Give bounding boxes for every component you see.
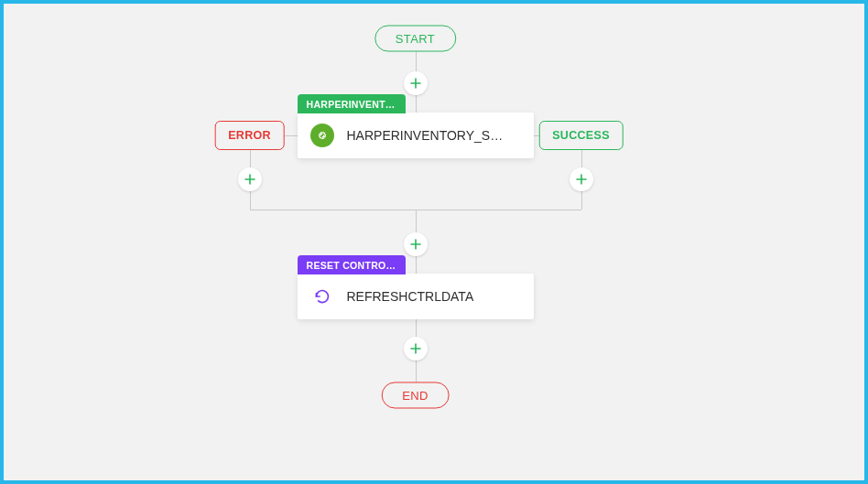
add-step-button[interactable]	[404, 232, 428, 256]
end-label: END	[402, 389, 429, 403]
success-text: SUCCESS	[552, 129, 610, 142]
api-icon	[310, 124, 334, 147]
start-node[interactable]: START	[374, 26, 456, 52]
node-title: HARPERINVENTORY_S…	[347, 128, 504, 143]
plus-icon	[576, 174, 587, 185]
error-branch-label[interactable]: ERROR	[214, 121, 285, 150]
node-body: REFRESHCTRLDATA	[298, 274, 534, 319]
workflow-node-reset[interactable]: RESET CONTROL D… REFRESHCTRLDATA	[298, 274, 534, 319]
node-tag: HARPERINVENTOR…	[298, 94, 406, 113]
node-title: REFRESHCTRLDATA	[347, 289, 474, 304]
refresh-icon	[310, 285, 334, 308]
success-branch-label[interactable]: SUCCESS	[538, 121, 624, 150]
add-step-button[interactable]	[570, 167, 593, 191]
workflow-canvas[interactable]: START ERROR SUCCESS HARPERINVENTOR… HARP…	[4, 4, 864, 480]
add-step-button[interactable]	[404, 337, 428, 360]
workflow-node-api[interactable]: HARPERINVENTOR… HARPERINVENTORY_S…	[298, 113, 534, 158]
workflow-canvas-frame: START ERROR SUCCESS HARPERINVENTOR… HARP…	[0, 0, 868, 484]
node-tag: RESET CONTROL D…	[298, 255, 406, 274]
add-step-button[interactable]	[238, 167, 262, 191]
plus-icon	[410, 239, 421, 250]
node-body: HARPERINVENTORY_S…	[298, 113, 534, 158]
plus-icon	[410, 343, 421, 354]
end-node[interactable]: END	[381, 382, 450, 409]
plus-icon	[244, 174, 255, 185]
plus-icon	[410, 78, 421, 89]
start-label: START	[396, 32, 435, 46]
add-step-button[interactable]	[404, 71, 428, 95]
error-text: ERROR	[228, 129, 271, 142]
